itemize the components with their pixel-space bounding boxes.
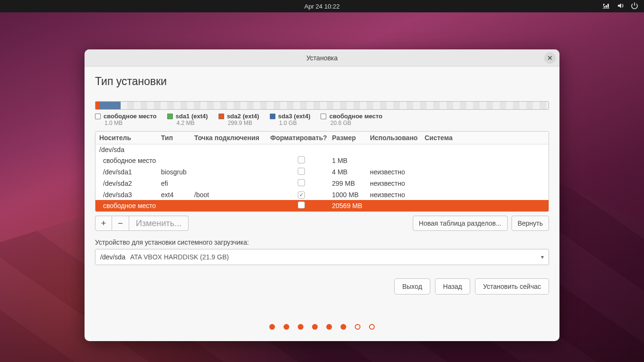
- quit-button[interactable]: Выход: [394, 278, 430, 295]
- cell-mount: /boot: [194, 191, 270, 199]
- installer-window: Установка ✕ Тип установки свободное мест…: [85, 49, 559, 341]
- cell-type: ext4: [161, 191, 194, 199]
- cell-device: /dev/sda2: [99, 180, 161, 187]
- legend-label: sda1 (ext4): [176, 113, 208, 120]
- install-now-button[interactable]: Установить сейчас: [475, 278, 549, 295]
- progress-dot: [341, 324, 346, 330]
- legend-swatch: [321, 114, 326, 119]
- legend-item: sda1 (ext4)4.2 MB: [167, 113, 208, 126]
- cell-type: biosgrub: [161, 168, 194, 176]
- table-row[interactable]: свободное место1 MB: [95, 155, 549, 166]
- clock: Apr 24 10:22: [304, 3, 340, 10]
- cell-format: [298, 201, 305, 210]
- page-title: Тип установки: [95, 75, 549, 88]
- partition-bar-segment: [121, 102, 549, 109]
- legend-size: 1.0 MB: [104, 120, 157, 126]
- cell-device: /dev/sda1: [99, 168, 161, 176]
- legend-size: 4.2 MB: [177, 120, 208, 126]
- progress-dot: [298, 324, 303, 330]
- window-titlebar: Установка ✕: [85, 49, 559, 67]
- format-checkbox[interactable]: [298, 201, 305, 209]
- partition-legend: свободное место1.0 MBsda1 (ext4)4.2 MBsd…: [95, 113, 549, 126]
- table-row[interactable]: /dev/sda3ext4/boot✓1000 MBнеизвестно: [95, 189, 549, 200]
- network-icon[interactable]: [602, 2, 610, 11]
- cell-device: свободное место: [99, 157, 161, 164]
- partition-toolbar: + − Изменить... Новая таблица разделов..…: [95, 216, 549, 231]
- format-checkbox[interactable]: ✓: [298, 191, 305, 199]
- installer-content: Тип установки свободное место1.0 MBsda1 …: [85, 67, 559, 341]
- cell-used: неизвестно: [370, 180, 425, 187]
- top-bar: Apr 24 10:22: [0, 0, 644, 12]
- new-partition-table-button[interactable]: Новая таблица разделов...: [413, 216, 508, 231]
- progress-dot: [284, 324, 289, 330]
- cell-size: 1 MB: [332, 157, 370, 164]
- progress-dot: [369, 324, 375, 330]
- wizard-actions: Выход Назад Установить сейчас: [95, 278, 549, 295]
- legend-label: sda3 (ext4): [278, 113, 311, 120]
- table-row[interactable]: /dev/sda2efi299 MBнеизвестно: [95, 178, 549, 189]
- progress-dots: [95, 315, 549, 334]
- format-checkbox[interactable]: [298, 179, 305, 186]
- format-checkbox[interactable]: [298, 168, 305, 175]
- legend-swatch: [95, 114, 101, 119]
- col-device: Носитель: [99, 134, 161, 142]
- legend-label: свободное место: [104, 113, 157, 120]
- cell-format: [298, 156, 305, 165]
- close-button[interactable]: ✕: [544, 52, 556, 64]
- table-row[interactable]: свободное место20569 MB: [95, 200, 549, 211]
- partition-bar-segment: [95, 102, 99, 109]
- system-tray: [602, 0, 638, 12]
- cell-format: [298, 179, 305, 188]
- cell-format: [298, 168, 305, 176]
- volume-icon[interactable]: [616, 2, 624, 11]
- cell-size: 4 MB: [332, 168, 370, 176]
- partition-usage-bar: [95, 101, 549, 110]
- cell-used: неизвестно: [370, 168, 425, 176]
- partition-bar-segment: [99, 102, 121, 109]
- cell-size: 1000 MB: [332, 191, 370, 199]
- col-type: Тип: [161, 134, 194, 142]
- table-header: Носитель Тип Точка подключения Форматиро…: [95, 132, 549, 144]
- revert-button[interactable]: Вернуть: [511, 216, 549, 231]
- col-size: Размер: [332, 134, 370, 142]
- back-button[interactable]: Назад: [435, 278, 470, 295]
- legend-size: 299.9 MB: [228, 120, 259, 126]
- bootloader-device: /dev/sda: [100, 253, 125, 261]
- change-partition-button[interactable]: Изменить...: [129, 216, 189, 231]
- remove-partition-button[interactable]: −: [112, 216, 129, 231]
- format-checkbox[interactable]: [298, 156, 305, 163]
- legend-item: sda2 (ext4)299.9 MB: [218, 113, 259, 126]
- disk-row[interactable]: /dev/sda: [95, 144, 549, 155]
- progress-dot: [355, 324, 360, 330]
- legend-swatch: [218, 114, 224, 119]
- cell-size: 20569 MB: [332, 202, 370, 210]
- bootloader-device-select[interactable]: /dev/sda ATA VBOX HARDDISK (21.9 GB) ▾: [95, 249, 549, 265]
- cell-used: неизвестно: [370, 191, 425, 199]
- toolbar-spacer: [189, 216, 413, 231]
- legend-label: свободное место: [329, 113, 382, 120]
- col-system: Система: [425, 134, 545, 142]
- cell-device: /dev/sda3: [99, 191, 161, 199]
- add-partition-button[interactable]: +: [95, 216, 112, 231]
- legend-swatch: [167, 114, 173, 119]
- partition-rows: свободное место1 MB/dev/sda1biosgrub4 MB…: [95, 155, 549, 211]
- progress-dot: [312, 324, 318, 330]
- progress-dot: [269, 324, 275, 330]
- power-icon[interactable]: [631, 2, 638, 11]
- col-used: Использовано: [370, 134, 425, 142]
- bootloader-label: Устройство для установки системного загр…: [95, 238, 549, 246]
- legend-label: sda2 (ext4): [227, 113, 259, 120]
- legend-size: 1.0 GB: [279, 120, 311, 126]
- chevron-down-icon: ▾: [541, 254, 544, 260]
- cell-device: свободное место: [99, 202, 161, 210]
- legend-item: свободное место1.0 MB: [95, 113, 157, 126]
- legend-item: sda3 (ext4)1.0 GB: [270, 113, 311, 126]
- progress-dot: [326, 324, 332, 330]
- legend-size: 20.6 GB: [330, 120, 382, 126]
- window-title: Установка: [306, 54, 338, 62]
- legend-item: свободное место20.6 GB: [321, 113, 382, 126]
- col-mount: Точка подключения: [194, 134, 270, 142]
- table-row[interactable]: /dev/sda1biosgrub4 MBнеизвестно: [95, 166, 549, 178]
- bootloader-device-desc: ATA VBOX HARDDISK (21.9 GB): [130, 253, 229, 261]
- cell-size: 299 MB: [332, 180, 370, 187]
